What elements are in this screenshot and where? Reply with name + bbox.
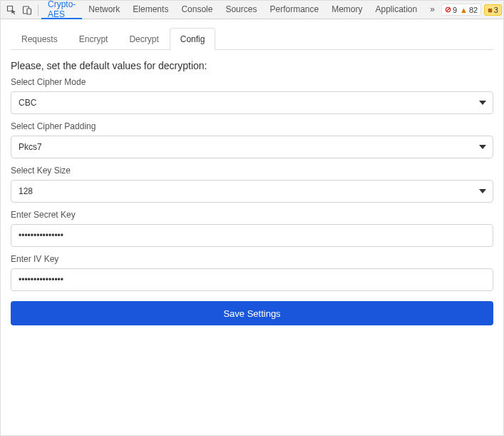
devtools-tab-network[interactable]: Network bbox=[82, 1, 126, 19]
tab-encrypt[interactable]: Encrypt bbox=[68, 28, 119, 50]
warning-icon: ▲ bbox=[460, 6, 468, 14]
cipher-padding-group: Select Cipher Padding Pkcs7 bbox=[11, 121, 493, 158]
tab-decrypt[interactable]: Decrypt bbox=[118, 28, 169, 50]
iv-key-input[interactable] bbox=[11, 268, 493, 291]
cipher-mode-select[interactable]: CBC bbox=[11, 91, 493, 114]
cipher-padding-select[interactable]: Pkcs7 bbox=[11, 136, 493, 158]
error-icon: ⊘ bbox=[445, 5, 451, 14]
messages-badge[interactable]: ■ 3 bbox=[484, 4, 502, 16]
devtools-tab-application[interactable]: Application bbox=[369, 1, 424, 19]
secret-key-input[interactable] bbox=[11, 224, 493, 247]
save-settings-button[interactable]: Save Settings bbox=[11, 301, 493, 325]
devtools-tab-elements[interactable]: Elements bbox=[126, 1, 175, 19]
tab-requests[interactable]: Requests bbox=[11, 28, 68, 50]
devtools-tab-overflow[interactable]: » bbox=[423, 1, 441, 19]
devtools-tab-memory[interactable]: Memory bbox=[325, 1, 369, 19]
device-toggle-icon[interactable] bbox=[19, 2, 35, 18]
devtools-tab-console[interactable]: Console bbox=[175, 1, 219, 19]
devtools-tabs: Crypto-AES Network Elements Console Sour… bbox=[41, 1, 441, 19]
devtools-tab-crypto-aes[interactable]: Crypto-AES bbox=[41, 1, 82, 19]
key-size-select[interactable]: 128 bbox=[11, 180, 493, 203]
cipher-padding-label: Select Cipher Padding bbox=[11, 121, 493, 131]
secret-key-group: Enter Secret Key bbox=[11, 210, 493, 247]
key-size-label: Select Key Size bbox=[11, 166, 493, 176]
iv-key-group: Enter IV Key bbox=[11, 254, 493, 291]
error-count: 9 bbox=[453, 6, 457, 14]
crypto-aes-panel: Requests Encrypt Decrypt Config Please, … bbox=[1, 19, 503, 335]
devtools-left-group bbox=[4, 2, 41, 18]
toolbar-separator bbox=[38, 4, 38, 16]
cipher-mode-group: Select Cipher Mode CBC bbox=[11, 77, 493, 114]
svg-rect-1 bbox=[27, 9, 31, 14]
cipher-padding-select-wrap: Pkcs7 bbox=[11, 136, 493, 158]
cipher-mode-select-wrap: CBC bbox=[11, 91, 493, 114]
message-icon: ■ bbox=[488, 6, 493, 14]
config-heading: Please, set the default values for decry… bbox=[11, 60, 493, 71]
message-count: 3 bbox=[494, 6, 498, 14]
devtools-toolbar: Crypto-AES Network Elements Console Sour… bbox=[1, 1, 503, 19]
key-size-group: Select Key Size 128 bbox=[11, 166, 493, 203]
inspect-element-icon[interactable] bbox=[4, 2, 19, 18]
devtools-right-group: ⊘ 9 ▲ 82 ■ 3 bbox=[441, 2, 504, 18]
warning-count: 82 bbox=[469, 6, 478, 14]
tab-config[interactable]: Config bbox=[170, 28, 216, 50]
cipher-mode-label: Select Cipher Mode bbox=[11, 77, 493, 87]
devtools-tab-sources[interactable]: Sources bbox=[219, 1, 263, 19]
error-warning-badge[interactable]: ⊘ 9 ▲ 82 bbox=[441, 4, 481, 16]
panel-tabs: Requests Encrypt Decrypt Config bbox=[11, 28, 493, 50]
key-size-select-wrap: 128 bbox=[11, 180, 493, 203]
iv-key-label: Enter IV Key bbox=[11, 254, 493, 264]
secret-key-label: Enter Secret Key bbox=[11, 210, 493, 220]
devtools-tab-performance[interactable]: Performance bbox=[263, 1, 325, 19]
